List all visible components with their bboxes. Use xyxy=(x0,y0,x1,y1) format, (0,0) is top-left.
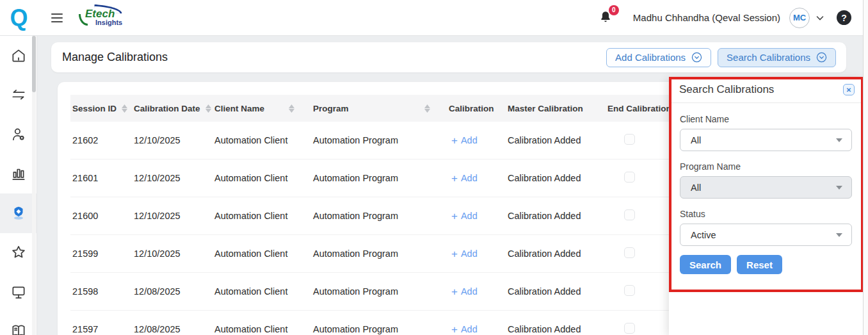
client-name-select[interactable]: All xyxy=(680,129,852,151)
calibration-badge-icon xyxy=(10,205,27,222)
sidebar-scrollbar-thumb[interactable] xyxy=(32,36,36,92)
user-name: Madhu Chhandha (Qeval Session) xyxy=(633,12,780,23)
cell-master-calibration: Calibration Added xyxy=(506,286,606,297)
chevron-circle-icon xyxy=(816,52,827,63)
cell-program: Automation Program xyxy=(311,135,447,145)
search-panel-header: Search Calibrations ✕ xyxy=(669,77,863,103)
sort-icon xyxy=(424,104,430,113)
user-settings-icon xyxy=(10,126,27,143)
column-header-session-id[interactable]: Session ID xyxy=(70,104,132,113)
menu-icon[interactable] xyxy=(51,13,63,22)
chevron-down-icon xyxy=(836,138,842,142)
status-select[interactable]: Active xyxy=(680,224,852,246)
cell-client-name: Automation Client xyxy=(213,211,311,221)
column-header-client-name[interactable]: Client Name xyxy=(213,104,311,113)
cell-session-id: 21599 xyxy=(70,249,132,259)
cell-master-calibration: Calibration Added xyxy=(506,249,606,259)
program-name-value: All xyxy=(691,183,701,193)
search-button[interactable]: Search xyxy=(680,255,731,274)
transfer-arrows-icon xyxy=(10,86,27,103)
chevron-circle-icon xyxy=(691,52,702,63)
avatar-initials: MC xyxy=(793,13,806,22)
search-panel-title: Search Calibrations xyxy=(679,83,774,96)
user-menu-chevron-icon[interactable] xyxy=(815,13,825,23)
column-header-calibration-date[interactable]: Calibration Date xyxy=(132,104,213,113)
end-calibration-checkbox[interactable] xyxy=(624,134,635,145)
cell-client-name: Automation Client xyxy=(213,286,311,297)
plus-icon: + xyxy=(451,135,458,146)
plus-icon: + xyxy=(451,324,458,335)
cell-session-id: 21601 xyxy=(70,173,132,183)
sidebar-item-transfer[interactable] xyxy=(0,76,36,115)
cell-program: Automation Program xyxy=(311,324,447,334)
sidebar-item-library[interactable] xyxy=(0,312,36,335)
cell-calibration-date: 12/10/2025 xyxy=(132,135,213,145)
book-icon xyxy=(10,323,27,335)
add-calibration-link[interactable]: +Add xyxy=(451,135,478,146)
monitor-icon xyxy=(10,284,27,300)
search-calibrations-panel: Search Calibrations ✕ Client Name All Pr… xyxy=(669,77,863,335)
end-calibration-checkbox[interactable] xyxy=(624,209,635,220)
page-title: Manage Calibrations xyxy=(62,51,168,64)
plus-icon: + xyxy=(451,173,458,184)
status-label: Status xyxy=(680,209,852,219)
home-icon xyxy=(10,47,27,64)
sidebar-item-user-settings[interactable] xyxy=(0,115,36,154)
help-button[interactable]: ? xyxy=(837,10,851,25)
cell-calibration-date: 12/10/2025 xyxy=(132,249,213,259)
end-calibration-checkbox[interactable] xyxy=(624,285,635,296)
cell-master-calibration: Calibration Added xyxy=(506,211,606,221)
add-calibrations-label: Add Calibrations xyxy=(615,52,686,63)
page-scrollbar[interactable] xyxy=(863,0,868,335)
chevron-down-icon xyxy=(836,233,842,237)
column-header-master-calibration: Master Calibration xyxy=(506,104,606,113)
cell-client-name: Automation Client xyxy=(213,249,311,259)
end-calibration-checkbox[interactable] xyxy=(624,323,635,334)
plus-icon: + xyxy=(451,249,458,259)
cell-session-id: 21597 xyxy=(70,324,132,334)
bar-chart-icon xyxy=(10,165,27,182)
add-calibrations-button[interactable]: Add Calibrations xyxy=(606,48,711,67)
etech-insights-logo: Etech Insights xyxy=(80,6,125,29)
cell-master-calibration: Calibration Added xyxy=(506,324,606,334)
search-calibrations-button[interactable]: Search Calibrations xyxy=(718,48,836,67)
add-calibration-link[interactable]: +Add xyxy=(451,173,478,184)
avatar[interactable]: MC xyxy=(789,8,810,28)
column-header-program[interactable]: Program xyxy=(311,104,447,113)
plus-icon: + xyxy=(451,211,458,222)
client-name-label: Client Name xyxy=(680,114,852,124)
reset-button[interactable]: Reset xyxy=(737,255,782,274)
cell-master-calibration: Calibration Added xyxy=(506,173,606,183)
cell-calibration-date: 12/08/2025 xyxy=(132,286,213,297)
sidebar xyxy=(0,36,37,335)
program-name-label: Program Name xyxy=(680,161,852,172)
cell-calibration-date: 12/10/2025 xyxy=(132,173,213,183)
notifications-button[interactable]: 0 xyxy=(599,10,615,26)
sidebar-item-reports[interactable] xyxy=(0,154,36,194)
cell-session-id: 21600 xyxy=(70,211,132,221)
program-name-select[interactable]: All xyxy=(680,176,852,199)
search-calibrations-label: Search Calibrations xyxy=(727,52,810,63)
sidebar-item-favorites[interactable] xyxy=(0,233,36,273)
sidebar-item-home[interactable] xyxy=(0,36,36,76)
sidebar-item-calibrations-active[interactable] xyxy=(0,193,36,233)
sidebar-item-monitor[interactable] xyxy=(0,272,36,312)
client-name-value: All xyxy=(691,135,701,145)
add-calibration-link[interactable]: +Add xyxy=(451,249,478,259)
add-calibration-link[interactable]: +Add xyxy=(451,324,478,335)
cell-program: Automation Program xyxy=(311,286,447,297)
page-header: Manage Calibrations Add Calibrations Sea… xyxy=(51,42,846,72)
end-calibration-checkbox[interactable] xyxy=(624,172,635,183)
close-icon: ✕ xyxy=(846,86,851,94)
cell-program: Automation Program xyxy=(311,211,447,221)
star-icon xyxy=(10,244,27,261)
add-calibration-link[interactable]: +Add xyxy=(451,286,478,297)
add-calibration-link[interactable]: +Add xyxy=(451,211,478,222)
close-panel-button[interactable]: ✕ xyxy=(843,84,855,95)
end-calibration-checkbox[interactable] xyxy=(624,247,635,258)
cell-client-name: Automation Client xyxy=(213,324,311,334)
qeval-logo-letter: Q xyxy=(10,4,27,31)
chevron-down-icon xyxy=(836,186,842,190)
status-value: Active xyxy=(691,230,716,240)
sort-icon xyxy=(122,104,127,113)
